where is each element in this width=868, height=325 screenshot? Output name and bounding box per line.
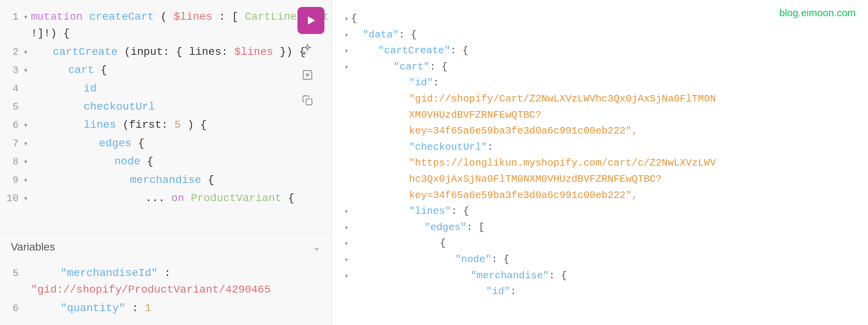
variables-section: Variables ⌄ 5 "merchandiseId" : "gid://s…: [0, 234, 331, 325]
json-line-data: ▾ "data" : {: [344, 27, 856, 43]
json-line-lines: ▾ "lines" : {: [344, 203, 856, 220]
variables-content: 5 "merchandiseId" : "gid://shopify/Produ…: [0, 260, 331, 325]
variables-line-6: 6 "quantity" : 1: [0, 299, 331, 317]
svg-rect-2: [306, 99, 312, 105]
code-line-5: 5 checkoutUrl: [0, 98, 331, 116]
json-line-cartCreate: ▾ "cartCreate" : {: [344, 43, 856, 59]
json-line-edges: ▾ "edges" : [: [344, 220, 856, 236]
right-panel: blog.eimoon.com ▾ { ▾ "data" : { ▾ "cart…: [332, 0, 868, 325]
code-line-7: 7 ▾ edges {: [0, 134, 331, 152]
json-line-id-key: "id" :: [344, 75, 856, 91]
magic-icon[interactable]: [297, 39, 317, 59]
json-line-checkoutUrl-value1: "https://longlikun.myshopify.com/cart/c/…: [344, 155, 856, 171]
code-line-10: 10 ▾ ... on ProductVariant {: [0, 189, 331, 207]
code-line-6: 6 ▾ lines (first: 5 ) {: [0, 116, 331, 134]
json-line-cart: ▾ "cart" : {: [344, 59, 856, 75]
close-icon[interactable]: [297, 65, 317, 85]
left-panel: 1 ▾ mutation createCart ( $lines : [ Car…: [0, 0, 332, 325]
variables-label: Variables: [11, 241, 55, 253]
json-line-merchandise: ▾ "merchandise" : {: [344, 268, 856, 284]
json-line-id-value2: XM0VHUzdBVFZRNFEwQTBC?: [344, 107, 856, 124]
code-editor: 1 ▾ mutation createCart ( $lines : [ Car…: [0, 0, 331, 234]
toolbar: [297, 7, 324, 110]
code-line-4: 4 id: [0, 80, 331, 98]
json-line-checkoutUrl-value3: key=34f65a6e59ba3fe3d0a6c991c00eb222",: [344, 188, 856, 204]
json-line-checkoutUrl-key: "checkoutUrl" :: [344, 139, 856, 156]
json-line-merch-id: "id" :: [344, 284, 856, 300]
copy-icon[interactable]: [297, 90, 317, 110]
json-line-checkoutUrl-value2: hc3Qx0jAxSjNa0FlTM0NXM0VHUzdBVFZRNFEwQTB…: [344, 171, 856, 188]
code-line-8: 8 ▾ node {: [0, 152, 331, 171]
variables-chevron-icon: ⌄: [313, 242, 321, 252]
code-line-1: 1 ▾ mutation createCart ( $lines : [ Car…: [0, 8, 331, 43]
variables-line-5: 5 "merchandiseId" : "gid://shopify/Produ…: [0, 264, 331, 299]
watermark: blog.eimoon.com: [779, 7, 856, 19]
svg-marker-0: [308, 16, 315, 24]
json-line-node: ▾ "node" : {: [344, 252, 856, 268]
code-line-2: 2 ▾ cartCreate (input: { lines: $lines }…: [0, 43, 331, 61]
code-line-9: 9 ▾ merchandise {: [0, 171, 331, 189]
json-line-id-value3: key=34f65a6e59ba3fe3d0a6c991c00eb222",: [344, 123, 856, 139]
json-line-edge-open: ▾ {: [344, 235, 856, 252]
json-line-id-value1: "gid://shopify/Cart/Z2NwLXVzLWVhc3Qx0jAx…: [344, 91, 856, 107]
run-button[interactable]: [297, 7, 324, 34]
code-line-3: 3 ▾ cart {: [0, 61, 331, 79]
variables-header[interactable]: Variables ⌄: [0, 234, 331, 260]
